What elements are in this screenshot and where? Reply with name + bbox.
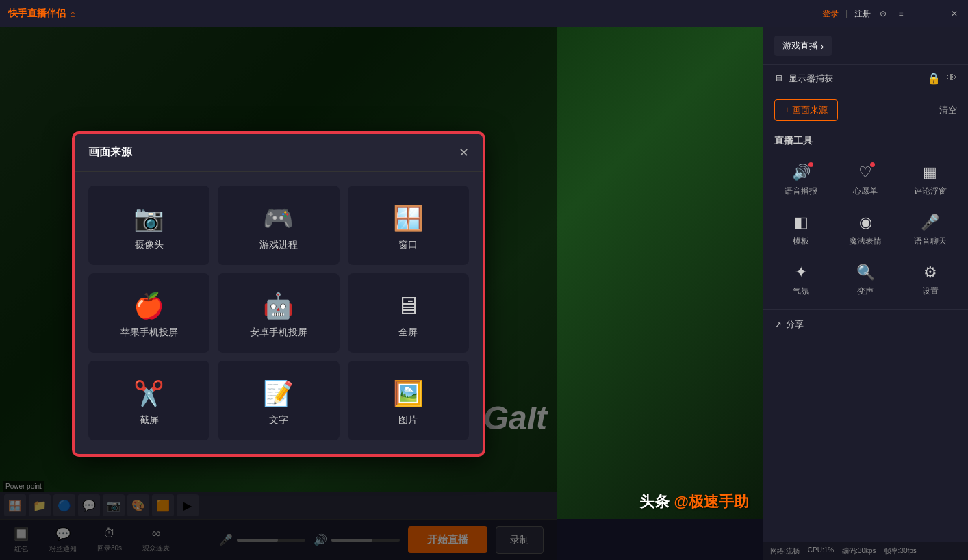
right-panel: 游戏直播 › 🖥 显示器捕获 🔒 👁 + 画面来源 清空 直播工具 🔊 xyxy=(763,27,968,560)
maximize-button[interactable]: □ xyxy=(931,8,942,19)
login-button[interactable]: 登录 xyxy=(822,8,839,20)
settings-icon: ⚙ xyxy=(924,264,937,281)
magic-expression-icon: ◉ xyxy=(859,214,872,231)
source-card-android[interactable]: 🤖 安卓手机投屏 xyxy=(218,273,339,353)
divider: | xyxy=(845,9,848,18)
share-button[interactable]: ↗ 分享 xyxy=(774,318,957,331)
template-icon: ◧ xyxy=(794,214,808,231)
source-card-fullscreen[interactable]: 🖥 全屏 xyxy=(348,273,469,353)
share-icon: ↗ xyxy=(774,320,782,330)
source-grid: 📷 摄像头 🎮 游戏进程 🪟 窗口 🍎 xyxy=(88,186,469,440)
modal-close-button[interactable]: ✕ xyxy=(459,145,469,160)
camera-label: 摄像头 xyxy=(135,239,164,251)
atmosphere-label: 气氛 xyxy=(793,285,809,297)
window-label: 窗口 xyxy=(398,239,418,251)
voice-change-tool[interactable]: 🔍 变声 xyxy=(833,255,897,305)
source-card-apple[interactable]: 🍎 苹果手机投屏 xyxy=(88,273,209,353)
screenshot-label: 截屏 xyxy=(140,414,159,427)
source-card-camera[interactable]: 📷 摄像头 xyxy=(88,186,209,265)
voice-chat-tool[interactable]: 🎤 语音聊天 xyxy=(898,205,963,255)
comment-float-icon: ▦ xyxy=(923,164,937,181)
title-bar-controls: 登录 | 注册 ⊙ ≡ — □ ✕ xyxy=(822,8,960,20)
magic-expression-label: 魔法表情 xyxy=(849,236,882,247)
source-card-text[interactable]: 📝 文字 xyxy=(218,361,339,440)
modal-header: 画面来源 ✕ xyxy=(75,134,483,172)
atmosphere-icon: ✦ xyxy=(795,264,807,281)
display-capture-left: 🖥 显示器捕获 xyxy=(774,73,833,85)
voice-change-icon: 🔍 xyxy=(856,264,875,281)
cpu-status: CPU:1% xyxy=(808,546,834,556)
screenshot-icon: ✂️ xyxy=(133,381,164,406)
chevron-right-icon: › xyxy=(821,41,824,51)
right-panel-top: 游戏直播 › xyxy=(763,27,968,65)
window-icon: 🪟 xyxy=(393,206,424,231)
main-container: GaIt Power point 🪟 📁 🔵 💬 📷 🎨 🟧 ▶ 🔲 红包 💬 … xyxy=(0,27,968,560)
display-capture-icons: 🔒 👁 xyxy=(927,72,957,85)
voice-chat-label: 语音聊天 xyxy=(914,236,947,247)
display-capture-row: 🖥 显示器捕获 🔒 👁 xyxy=(763,65,968,92)
android-label: 安卓手机投屏 xyxy=(250,327,307,339)
menu-icon[interactable]: ≡ xyxy=(895,8,906,19)
source-modal: 画面来源 ✕ 📷 摄像头 🎮 游戏进程 � xyxy=(73,133,484,455)
game-live-button[interactable]: 游戏直播 › xyxy=(774,36,832,56)
game-label: 游戏进程 xyxy=(259,239,298,251)
game-live-label: 游戏直播 xyxy=(782,40,818,52)
monitor-icon: 🖥 xyxy=(774,73,783,84)
template-tool[interactable]: ◧ 模板 xyxy=(769,205,833,255)
text-label: 文字 xyxy=(269,414,288,427)
voice-chat-icon: 🎤 xyxy=(921,214,939,231)
atmosphere-tool[interactable]: ✦ 气氛 xyxy=(769,255,833,305)
android-icon: 🤖 xyxy=(263,294,294,318)
network-status: 网络:流畅 xyxy=(770,546,800,556)
voice-announce-badge xyxy=(808,162,813,167)
clear-button[interactable]: 清空 xyxy=(939,104,957,116)
settings-label: 设置 xyxy=(922,285,939,297)
modal-overlay: 画面来源 ✕ 📷 摄像头 🎮 游戏进程 � xyxy=(0,27,557,560)
voice-announce-label: 语音播报 xyxy=(785,186,817,197)
lock-icon[interactable]: 🔒 xyxy=(927,72,941,85)
share-label: 分享 xyxy=(786,318,804,331)
minimize-button[interactable]: — xyxy=(913,8,924,19)
game-icon: 🎮 xyxy=(263,206,294,231)
title-bar: 快手直播伴侣 ⌂ 登录 | 注册 ⊙ ≡ — □ ✕ xyxy=(0,0,968,27)
wish-list-label: 心愿单 xyxy=(853,186,878,197)
template-label: 模板 xyxy=(793,236,809,247)
source-card-game[interactable]: 🎮 游戏进程 xyxy=(218,186,339,265)
app-logo: 快手直播伴侣 ⌂ xyxy=(8,8,75,20)
register-button[interactable]: 注册 xyxy=(854,8,871,20)
magic-expression-tool[interactable]: ◉ 魔法表情 xyxy=(833,205,897,255)
wish-list-icon: ♡ xyxy=(858,164,872,181)
live-tools-title: 直播工具 xyxy=(763,128,968,151)
settings-icon[interactable]: ⊙ xyxy=(878,8,889,19)
source-card-image[interactable]: 🖼️ 图片 xyxy=(348,361,469,440)
voice-announce-tool[interactable]: 🔊 语音播报 xyxy=(769,155,833,205)
voice-announce-icon: 🔊 xyxy=(792,164,811,181)
fullscreen-icon: 🖥 xyxy=(396,294,420,318)
fullscreen-label: 全屏 xyxy=(398,327,418,339)
add-source-button[interactable]: + 画面来源 xyxy=(774,99,838,121)
source-card-screenshot[interactable]: ✂️ 截屏 xyxy=(88,361,209,440)
display-capture-label: 显示器捕获 xyxy=(789,73,833,85)
close-button[interactable]: ✕ xyxy=(949,8,960,19)
text-icon: 📝 xyxy=(263,381,294,406)
settings-tool[interactable]: ⚙ 设置 xyxy=(898,255,963,305)
preview-area: GaIt Power point 🪟 📁 🔵 💬 📷 🎨 🟧 ▶ 🔲 红包 💬 … xyxy=(0,27,763,560)
app-name: 快手直播伴侣 xyxy=(8,8,66,20)
wish-list-badge xyxy=(870,162,875,167)
voice-change-label: 变声 xyxy=(857,285,874,297)
encode-status: 编码:30kps xyxy=(842,546,876,556)
apple-icon: 🍎 xyxy=(133,294,164,318)
source-card-window[interactable]: 🪟 窗口 xyxy=(348,186,469,265)
modal-body: 📷 摄像头 🎮 游戏进程 🪟 窗口 🍎 xyxy=(75,172,483,454)
share-row: ↗ 分享 xyxy=(763,309,968,339)
wish-list-tool[interactable]: ♡ 心愿单 xyxy=(833,155,897,205)
apple-label: 苹果手机投屏 xyxy=(120,327,178,339)
camera-icon: 📷 xyxy=(133,206,164,231)
modal-title: 画面来源 xyxy=(88,145,132,160)
home-icon[interactable]: ⌂ xyxy=(70,8,75,19)
comment-float-tool[interactable]: ▦ 评论浮窗 xyxy=(898,155,963,205)
status-bar: 网络:流畅 CPU:1% 编码:30kps 帧率:30fps xyxy=(763,542,968,560)
eye-icon[interactable]: 👁 xyxy=(946,72,957,85)
image-label: 图片 xyxy=(398,414,418,427)
image-icon: 🖼️ xyxy=(393,381,424,406)
